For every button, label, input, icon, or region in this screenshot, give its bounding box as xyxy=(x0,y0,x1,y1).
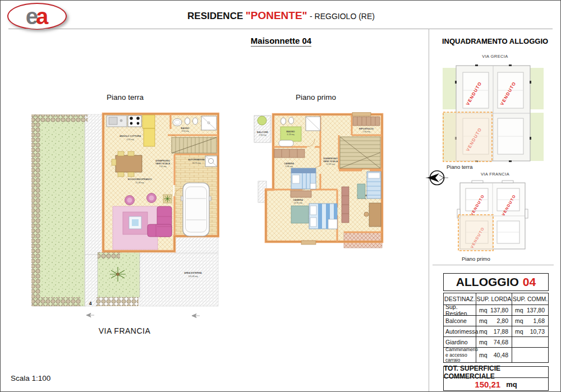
title-residence: RESIDENCE xyxy=(187,11,243,21)
row-label: Balcone xyxy=(444,316,476,326)
chair xyxy=(364,212,369,216)
cell-lorda: mq17,88 xyxy=(476,326,512,337)
total-value: 150,21 xyxy=(475,380,500,389)
alloggio-table: ALLOGGIO 04 DESTINAZ. SUP. LORDA SUP. CO… xyxy=(443,273,549,391)
site-primo-label: Piano primo xyxy=(462,256,490,262)
svg-text:2.80 mq: 2.80 mq xyxy=(259,134,266,136)
double-bed xyxy=(309,204,337,229)
row-label: Giardino xyxy=(444,337,476,348)
threshold xyxy=(301,241,316,245)
bagno-area: 3.53 mq xyxy=(182,130,189,132)
bidet xyxy=(289,117,294,124)
surface-grid: DESTINAZ. SUP. LORDA SUP. COMM. Sup. Res… xyxy=(443,293,549,363)
autorimessa-area: 16.75 mq xyxy=(192,162,201,164)
alloggio-number: 04 xyxy=(523,275,536,289)
cottura-area: 4.53 mq xyxy=(127,139,134,141)
svg-text:6.18 mq: 6.18 mq xyxy=(287,133,295,136)
survey-arrow xyxy=(192,314,200,318)
alloggio-label: ALLOGGIO xyxy=(456,275,519,289)
site-plan-primo: VENDUTO VENDUTO VENDUTO xyxy=(455,180,530,255)
piano-terra-title: Piano terra xyxy=(90,93,160,102)
svg-text:BALCONE: BALCONE xyxy=(257,131,268,133)
single-bed xyxy=(367,172,381,199)
page-title: RESIDENCE "PONENTE" - REGGIOLO (RE) xyxy=(1,10,561,22)
bagno-label: BAGNO xyxy=(181,127,190,130)
svg-text:RIPOSTIGLIO: RIPOSTIGLIO xyxy=(359,127,374,130)
cell-comm: mq137,80 xyxy=(512,305,548,316)
balcony: BALCONE 2.80 mq xyxy=(254,116,271,142)
svg-text:VANO SCALA: VANO SCALA xyxy=(155,162,170,165)
terrace xyxy=(344,232,382,248)
panel-divider xyxy=(433,265,554,265)
piano-primo-floorplan: BALCONE 2.80 mq BAGNO 6.18 mq RIPOSTIGLI… xyxy=(252,112,388,250)
cell-lorda: mq40,48 xyxy=(476,348,512,362)
piano-terra-floorplan: AREA ESTERNA 105.08 mq xyxy=(30,112,219,321)
unit-04-highlight xyxy=(443,112,492,162)
site-terra-label: Piano terra xyxy=(447,164,472,170)
bathtub xyxy=(279,140,293,146)
scale-label: Scala 1:100 xyxy=(11,374,50,382)
cell-lorda: mq2,80 xyxy=(476,316,512,326)
stairs xyxy=(340,137,380,168)
dining-table xyxy=(116,155,142,172)
stove xyxy=(128,116,141,127)
single-bed xyxy=(291,168,316,189)
row-label: Camminamenti e accesso carraio xyxy=(444,348,476,362)
bidet xyxy=(185,118,190,124)
svg-text:7.02 mq: 7.02 mq xyxy=(159,165,167,168)
title-ponente: "PONENTE" xyxy=(246,10,307,21)
lot-number: 4 xyxy=(89,301,92,306)
stairs xyxy=(172,137,217,153)
col-header: SUP. COMM. xyxy=(512,293,548,305)
via-francia-label: VIA FRANCIA xyxy=(73,326,176,335)
vertical-divider xyxy=(429,29,429,392)
desk xyxy=(369,203,381,227)
inquadramento-title: INQUADRAMENTO ALLOGGIO xyxy=(429,37,561,45)
car xyxy=(181,183,211,236)
area-esterna-area: 105.08 mq xyxy=(188,275,198,278)
area-esterna-label: AREA ESTERNA xyxy=(184,271,202,274)
survey-arrow xyxy=(86,313,94,317)
north-compass-icon xyxy=(425,165,449,190)
cell-lorda: mq137,80 xyxy=(476,305,512,316)
rug xyxy=(357,184,365,199)
brochure-page: e a RESIDENCE "PONENTE" - REGGIOLO (RE) … xyxy=(0,0,561,392)
toilet xyxy=(281,118,286,124)
svg-text:CAMERA: CAMERA xyxy=(293,199,303,201)
total-box: TOT. SUPERFICIE COMMERCIALE 150,21 mq xyxy=(443,366,549,391)
svg-text:CAMERA: CAMERA xyxy=(284,162,294,165)
cell-lorda: mq74,68 xyxy=(476,337,512,348)
svg-text:1.60 mq: 1.60 mq xyxy=(363,131,370,133)
site-plan-terra: VENDUTO VENDUTO VENDUTO xyxy=(442,58,545,168)
cell-comm xyxy=(512,348,548,362)
svg-text:14.35 mq: 14.35 mq xyxy=(294,202,302,204)
wardrobe xyxy=(291,191,311,197)
alloggio-table-title: ALLOGGIO 04 xyxy=(443,273,549,291)
title-location: - REGGIOLO (RE) xyxy=(310,12,375,21)
svg-text:12.87 mq: 12.87 mq xyxy=(327,163,335,165)
total-label: TOT. SUPERFICIE COMMERCIALE xyxy=(444,367,548,378)
unit-04-highlight xyxy=(458,215,493,251)
toilet xyxy=(193,118,198,124)
svg-text:BAGNO: BAGNO xyxy=(287,130,295,133)
header-divider xyxy=(8,29,553,29)
row-label: Autorimessa xyxy=(444,326,476,337)
autorimessa-label: AUTORIMESSA xyxy=(188,158,205,161)
threshold xyxy=(352,112,371,116)
row-label: Sup. Residen. xyxy=(444,305,476,316)
cell-comm xyxy=(512,337,548,348)
svg-text:VANO SCALA: VANO SCALA xyxy=(323,160,338,163)
svg-text:9.98 mq: 9.98 mq xyxy=(286,165,293,168)
soggiorno-area: 21.38 mq xyxy=(136,182,144,184)
cottura-label: ANGOLO COTTURA xyxy=(119,135,141,137)
total-unit: mq xyxy=(506,380,517,389)
rug xyxy=(291,206,309,223)
cell-comm: mq1,68 xyxy=(512,316,548,326)
piano-primo-title: Piano primo xyxy=(281,93,351,102)
balcony-plant xyxy=(257,116,266,125)
col-header: SUP. LORDA xyxy=(476,293,512,305)
cell-comm: mq10,73 xyxy=(512,326,548,337)
soggiorno-label: SOGGIORNO/PRANZO xyxy=(127,178,151,181)
